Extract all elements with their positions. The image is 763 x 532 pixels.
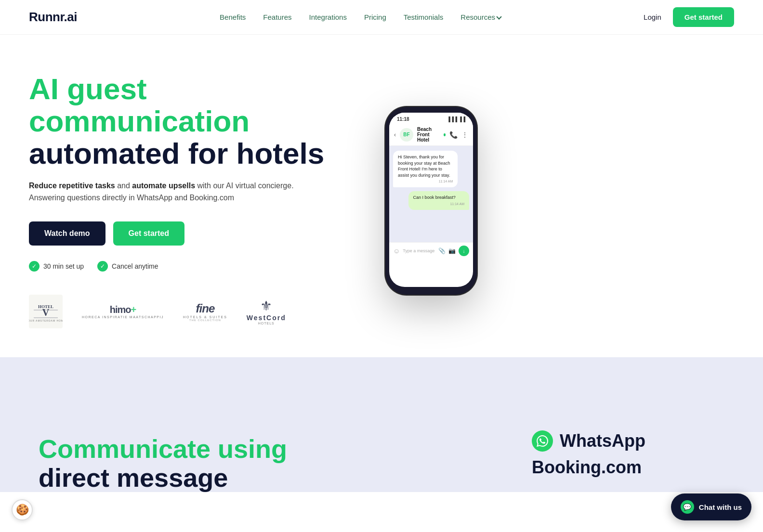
nav-benefits[interactable]: Benefits <box>220 13 246 21</box>
phone-icon[interactable]: 📞 <box>449 131 458 139</box>
whatsapp-icon <box>532 430 553 452</box>
chat-message-2: Can I book breakfast? 11:14 AM <box>408 191 469 209</box>
chat-header-info: Beach Front Hotel <box>417 127 446 143</box>
nav-right: Login Get started <box>644 7 734 27</box>
nav-integrations[interactable]: Integrations <box>309 13 347 21</box>
chat-message-1: Hi Steven, thank you for booking your st… <box>393 151 458 187</box>
badge-setup: ✓ 30 min set up <box>29 261 84 272</box>
phone-frame: 11:18 ▐▐▐ ▐▐ ‹ BF Beach Front Hotel 📞 ⋮ <box>385 107 477 295</box>
hero-buttons: Watch demo Get started <box>29 221 366 246</box>
chat-input-placeholder[interactable]: Type a message <box>403 248 435 253</box>
hero-title-green: AI guest communication <box>29 73 366 138</box>
send-button[interactable]: ↓ <box>459 246 469 256</box>
chevron-down-icon <box>496 14 501 19</box>
watch-demo-button[interactable]: Watch demo <box>29 221 105 246</box>
bottom-section: Communicate using direct message WhatsAp… <box>0 357 763 492</box>
chat-avatar: BF <box>400 128 413 142</box>
partner-logos: HOTEL V YOUR AMSTERDAM HOME himo+ HORECA… <box>29 295 366 328</box>
direct-message-title: direct message <box>39 464 532 492</box>
emoji-icon[interactable]: ☺ <box>393 247 400 255</box>
phone-screen: 11:18 ▐▐▐ ▐▐ ‹ BF Beach Front Hotel 📞 ⋮ <box>389 113 473 287</box>
whatsapp-label: WhatsApp <box>560 431 645 451</box>
hero-section: AI guest communication automated for hot… <box>0 35 763 357</box>
camera-icon[interactable]: 📷 <box>448 247 456 254</box>
phone-signal-icons: ▐▐▐ ▐▐ <box>447 117 465 122</box>
bottom-left: Communicate using direct message <box>39 435 532 492</box>
svg-text:YOUR AMSTERDAM HOME: YOUR AMSTERDAM HOME <box>29 319 63 322</box>
chat-hotel-name-text: Beach Front Hotel <box>417 127 442 143</box>
partner-himo: himo+ HORECA INSPIRATIE MAATSCHAPPIJ <box>82 304 164 319</box>
partner-fine: fine HOTELS & SUITES THE COLLECTION <box>183 302 227 322</box>
get-started-hero-button[interactable]: Get started <box>113 221 184 246</box>
msg1-time: 11:14 AM <box>398 179 453 184</box>
hero-title-dark: automated for hotels <box>29 138 366 170</box>
logo[interactable]: Runnr.ai <box>29 10 77 25</box>
check-icon-cancel: ✓ <box>97 261 108 272</box>
hotelv-logo-icon: HOTEL V YOUR AMSTERDAM HOME <box>29 295 63 328</box>
partner-hotelv: HOTEL V YOUR AMSTERDAM HOME <box>29 295 63 328</box>
more-icon[interactable]: ⋮ <box>461 131 468 139</box>
nav-testimonials[interactable]: Testimonials <box>404 13 444 21</box>
hero-title: AI guest communication automated for hot… <box>29 73 366 170</box>
phone-status-bar: 11:18 ▐▐▐ ▐▐ <box>389 113 473 124</box>
nav-features[interactable]: Features <box>263 13 291 21</box>
msg2-time: 11:14 AM <box>413 202 464 207</box>
navbar: Runnr.ai Benefits Features Integrations … <box>0 0 763 35</box>
back-arrow-icon[interactable]: ‹ <box>394 131 396 138</box>
booking-label: Booking.com <box>532 457 724 478</box>
chat-input-bar: ☺ Type a message 📎 📷 ↓ <box>389 242 473 259</box>
whatsapp-row: WhatsApp <box>532 430 724 452</box>
get-started-nav-button[interactable]: Get started <box>673 7 734 27</box>
nav-pricing[interactable]: Pricing <box>364 13 386 21</box>
online-dot <box>444 133 446 136</box>
svg-text:V: V <box>42 307 50 318</box>
hero-badges: ✓ 30 min set up ✓ Cancel anytime <box>29 261 366 272</box>
hero-subtitle: Reduce repetitive tasks and automate ups… <box>29 180 299 204</box>
phone-mockup: 11:18 ▐▐▐ ▐▐ ‹ BF Beach Front Hotel 📞 ⋮ <box>385 107 482 295</box>
badge-cancel: ✓ Cancel anytime <box>97 261 158 272</box>
partner-westcord: ⚜ WestCord HOTELS <box>247 298 286 325</box>
bottom-right: WhatsApp Booking.com <box>532 430 724 492</box>
phone-time: 11:18 <box>397 117 409 122</box>
chat-messages: Hi Steven, thank you for booking your st… <box>389 146 473 242</box>
chat-header: ‹ BF Beach Front Hotel 📞 ⋮ <box>389 124 473 146</box>
hero-content: AI guest communication automated for hot… <box>29 73 366 328</box>
login-button[interactable]: Login <box>644 13 661 21</box>
attachment-icon[interactable]: 📎 <box>438 247 446 254</box>
check-icon-setup: ✓ <box>29 261 39 272</box>
communicate-title: Communicate using <box>39 435 532 463</box>
nav-resources[interactable]: Resources <box>460 13 501 21</box>
whatsapp-svg <box>537 435 548 447</box>
nav-links: Benefits Features Integrations Pricing T… <box>220 13 501 22</box>
